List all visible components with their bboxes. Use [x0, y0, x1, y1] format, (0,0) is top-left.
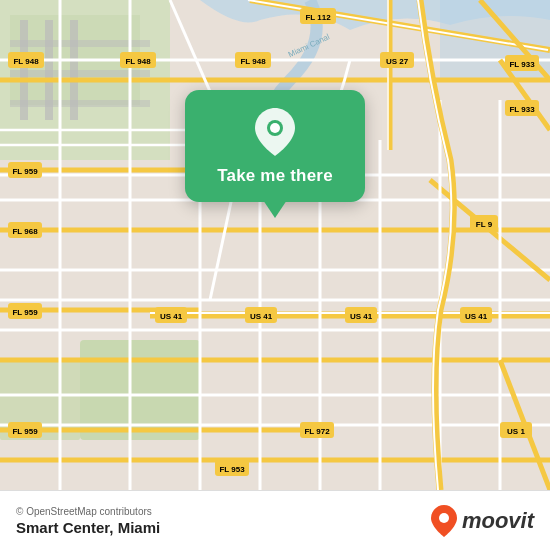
svg-text:FL 953: FL 953 [219, 465, 245, 474]
svg-text:FL 948: FL 948 [13, 57, 39, 66]
copyright-text: © OpenStreetMap contributors [16, 506, 160, 517]
svg-text:FL 933: FL 933 [509, 60, 535, 69]
svg-text:US 1: US 1 [507, 427, 525, 436]
svg-text:US 41: US 41 [160, 312, 183, 321]
svg-text:US 27: US 27 [386, 57, 409, 66]
svg-point-87 [270, 123, 280, 133]
svg-text:FL 959: FL 959 [12, 427, 38, 436]
location-pin-icon [251, 108, 299, 156]
svg-text:FL 948: FL 948 [125, 57, 151, 66]
svg-point-88 [439, 513, 449, 523]
svg-text:FL 112: FL 112 [305, 13, 331, 22]
svg-text:FL 968: FL 968 [12, 227, 38, 236]
popup-card: Take me there [185, 90, 365, 202]
moovit-brand-text: moovit [462, 508, 534, 534]
moovit-pin-icon [430, 504, 458, 538]
place-name: Smart Center, Miami [16, 519, 160, 536]
svg-text:FL 959: FL 959 [12, 167, 38, 176]
svg-text:FL 948: FL 948 [240, 57, 266, 66]
bottom-left-info: © OpenStreetMap contributors Smart Cente… [16, 506, 160, 536]
svg-text:US 41: US 41 [350, 312, 373, 321]
map-container: FL 948 FL 948 FL 948 FL 112 US 27 FL 933… [0, 0, 550, 490]
moovit-logo: moovit [430, 504, 534, 538]
svg-text:FL 933: FL 933 [509, 105, 535, 114]
take-me-there-button[interactable]: Take me there [217, 166, 333, 186]
bottom-bar: © OpenStreetMap contributors Smart Cente… [0, 490, 550, 550]
svg-text:US 41: US 41 [250, 312, 273, 321]
svg-text:FL 972: FL 972 [304, 427, 330, 436]
svg-text:FL 9: FL 9 [476, 220, 493, 229]
svg-text:FL 959: FL 959 [12, 308, 38, 317]
svg-text:US 41: US 41 [465, 312, 488, 321]
